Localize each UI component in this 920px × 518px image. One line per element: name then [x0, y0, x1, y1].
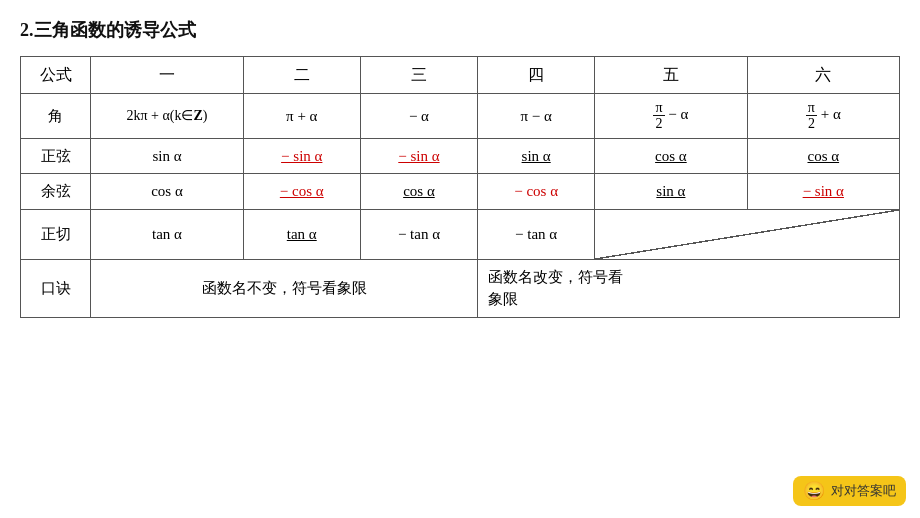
- watermark-text: 对对答案吧: [831, 482, 896, 500]
- label-mnemonic: 口诀: [21, 259, 91, 317]
- tangent-col1: tan α: [91, 209, 243, 259]
- row-sine: 正弦 sin α − sin α − sin α sin α cos α cos…: [21, 138, 900, 174]
- page-title: 2.三角函数的诱导公式: [20, 18, 900, 42]
- sine-col2: − sin α: [243, 138, 360, 174]
- table-header-row: 公式 一 二 三 四 五 六: [21, 57, 900, 94]
- formula-table: 公式 一 二 三 四 五 六 角 2kπ + α(k∈Z) π + α − α …: [20, 56, 900, 318]
- mnemonic-right: 函数名改变，符号看象限: [478, 259, 900, 317]
- angle-col5: π 2 − α: [595, 94, 747, 139]
- angle-col2: π + α: [243, 94, 360, 139]
- sine-col4: sin α: [478, 138, 595, 174]
- label-angle: 角: [21, 94, 91, 139]
- cosine-col6: − sin α: [747, 174, 899, 210]
- col-header-formula: 公式: [21, 57, 91, 94]
- angle-col3: − α: [360, 94, 477, 139]
- cosine-col3: cos α: [360, 174, 477, 210]
- row-tangent: 正切 tan α tan α − tan α − tan α: [21, 209, 900, 259]
- watermark-badge: 😄 对对答案吧: [793, 476, 906, 506]
- sine-col6: cos α: [747, 138, 899, 174]
- cosine-col4: − cos α: [478, 174, 595, 210]
- col-header-4: 四: [478, 57, 595, 94]
- sine-col1: sin α: [91, 138, 243, 174]
- tangent-col5: [595, 209, 900, 259]
- tangent-col3: − tan α: [360, 209, 477, 259]
- col-header-6: 六: [747, 57, 899, 94]
- label-sine: 正弦: [21, 138, 91, 174]
- angle-col1: 2kπ + α(k∈Z): [91, 94, 243, 139]
- sine-col3: − sin α: [360, 138, 477, 174]
- col-header-3: 三: [360, 57, 477, 94]
- col-header-1: 一: [91, 57, 243, 94]
- angle-col6: π 2 + α: [747, 94, 899, 139]
- mnemonic-left: 函数名不变，符号看象限: [91, 259, 478, 317]
- col-header-5: 五: [595, 57, 747, 94]
- tangent-col2: tan α: [243, 209, 360, 259]
- watermark-icon: 😄: [803, 480, 825, 502]
- tangent-col4: − tan α: [478, 209, 595, 259]
- label-tangent: 正切: [21, 209, 91, 259]
- angle-col4: π − α: [478, 94, 595, 139]
- cosine-col5: sin α: [595, 174, 747, 210]
- cosine-col2: − cos α: [243, 174, 360, 210]
- sine-col5: cos α: [595, 138, 747, 174]
- row-cosine: 余弦 cos α − cos α cos α − cos α sin α − s…: [21, 174, 900, 210]
- col-header-2: 二: [243, 57, 360, 94]
- label-cosine: 余弦: [21, 174, 91, 210]
- row-angle: 角 2kπ + α(k∈Z) π + α − α π − α π 2 − α π…: [21, 94, 900, 139]
- diagonal-line: [595, 210, 899, 259]
- cosine-col1: cos α: [91, 174, 243, 210]
- main-container: 2.三角函数的诱导公式 公式 一 二 三 四 五 六 角 2kπ + α(k∈Z…: [0, 0, 920, 328]
- row-mnemonic: 口诀 函数名不变，符号看象限 函数名改变，符号看象限: [21, 259, 900, 317]
